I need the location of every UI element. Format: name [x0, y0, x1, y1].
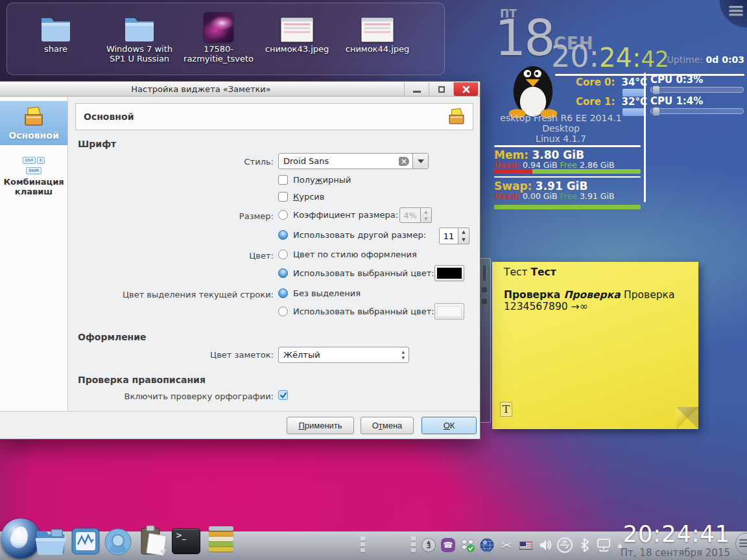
- clipboard-launcher[interactable]: [137, 524, 170, 559]
- desktop-icon-share[interactable]: share: [14, 8, 98, 54]
- bluetooth-tray-icon[interactable]: [575, 536, 594, 554]
- desktop-icon-snimok44[interactable]: снимок44.jpeg: [338, 8, 417, 54]
- drag-handle-icon: [483, 265, 486, 281]
- updates-tray-icon[interactable]: ▲3: [419, 536, 438, 554]
- group-appearance: Оформление: [78, 332, 147, 342]
- globe-tray-icon[interactable]: [477, 536, 497, 554]
- keyboard-flag-icon[interactable]: [516, 536, 536, 554]
- note-color-label: Цвет заметок:: [69, 350, 274, 360]
- maximize-button[interactable]: [429, 82, 453, 96]
- font-style-value: Droid Sans: [279, 156, 399, 166]
- browser-launcher[interactable]: [104, 528, 132, 559]
- cancel-button[interactable]: Отмена: [361, 417, 414, 434]
- desktop-icon-windows7[interactable]: Windows 7 with SP1 U Russian: [98, 8, 181, 64]
- close-button[interactable]: [453, 82, 478, 96]
- font-style-combobox[interactable]: Droid Sans: [278, 153, 429, 169]
- size-custom-spinbox[interactable]: 11 ▲▼: [439, 228, 469, 244]
- note-text: 1234567890 →∞: [504, 301, 587, 312]
- spin-down-icon[interactable]: ▼: [458, 236, 469, 244]
- sidebar-item-general[interactable]: Основной: [0, 101, 67, 145]
- style-label: Стиль:: [69, 157, 274, 167]
- system-monitor-launcher[interactable]: [71, 528, 100, 557]
- hamburger-icon: [739, 539, 747, 541]
- spin-up-icon[interactable]: ▲: [458, 228, 469, 236]
- uptime: Uptime: 0d 0:03: [648, 54, 744, 65]
- bold-checkbox[interactable]: [278, 175, 288, 185]
- sidebar-item-label: Основной: [0, 130, 67, 141]
- dropbox-tray-icon[interactable]: [458, 536, 477, 554]
- spin-down-icon: ▼: [421, 215, 431, 222]
- desktop-icon-17580[interactable]: 17580-razmyitie_tsveto: [181, 8, 256, 64]
- desktop-icon-snimok43[interactable]: снимок43.jpeg: [256, 8, 338, 54]
- distro-line2: Linux 4.1.7: [481, 134, 641, 144]
- spellcheck-checkbox[interactable]: [278, 390, 288, 400]
- cpu1-value: 4%: [687, 95, 703, 107]
- cpu0-label: CPU 0:3%: [650, 74, 703, 86]
- highlight-none-radio[interactable]: [278, 288, 288, 298]
- scissors-tray-icon[interactable]: [497, 536, 516, 554]
- clear-icon[interactable]: [399, 157, 409, 166]
- color-theme-row[interactable]: Цвет по стилю оформления: [278, 250, 417, 259]
- note-color-value: Жёлтый: [279, 350, 401, 360]
- font-color-swatch-button[interactable]: [434, 265, 464, 281]
- sidebar-item-shortcuts[interactable]: CtrlC Shift Комбинация клавиш: [0, 154, 67, 197]
- usb-tray-icon[interactable]: [555, 536, 575, 554]
- core0-temp: 34°C: [617, 76, 647, 88]
- terminal-launcher[interactable]: [172, 528, 200, 554]
- note-line2[interactable]: Проверка Проверка Проверка: [504, 289, 674, 301]
- note-color-combobox[interactable]: Жёлтый ▲▼: [278, 347, 409, 363]
- swap-free-label: Free: [560, 191, 578, 201]
- note-line3[interactable]: 1234567890 →∞: [504, 301, 587, 312]
- size-custom-row[interactable]: Использовать другой размер:: [278, 230, 426, 240]
- highlight-custom-radio[interactable]: [278, 307, 288, 316]
- size-factor-radio[interactable]: [278, 210, 288, 220]
- mem-title: Mem: 3.80 GiB: [494, 148, 584, 161]
- desktop-folder-view: share Windows 7 with SP1 U Russian 17580…: [6, 3, 445, 75]
- uptime-value: 0d 0:03: [706, 54, 744, 65]
- sticky-note-widget[interactable]: Тест Тест Проверка Проверка Проверка 123…: [492, 262, 698, 429]
- volume-tray-icon[interactable]: [536, 536, 555, 554]
- color-custom-radio[interactable]: [278, 268, 288, 278]
- desktop-icon-label: Windows 7 with SP1 U Russian: [101, 45, 178, 64]
- folder-icon: [40, 8, 72, 42]
- size-factor-row[interactable]: Коэффициент размера:: [278, 210, 398, 220]
- italic-checkbox[interactable]: [278, 192, 288, 202]
- highlight-custom-row[interactable]: Использовать выбранный цвет:: [278, 307, 434, 316]
- swap-title: Swap: 3.91 GiB: [494, 180, 587, 192]
- folder-icon: [123, 8, 156, 42]
- system-monitor-widget: ПТ 18 СЕН 20: 24: 42 Uptime: 0d 0:03 Cor…: [480, 0, 747, 207]
- color-label: Цвет:: [69, 251, 274, 261]
- divider: [644, 73, 646, 202]
- clipboard-icon: [137, 524, 170, 557]
- ok-button[interactable]: ОК: [421, 417, 477, 434]
- apply-button[interactable]: Применить: [287, 417, 354, 434]
- handle-dot-icon: [482, 287, 487, 292]
- dropdown-button[interactable]: [412, 154, 428, 169]
- clock-date: Пт, 18 сентября 2015: [621, 547, 730, 559]
- group-font: Шрифт: [78, 139, 116, 149]
- clock-minutes: 24:: [599, 43, 641, 73]
- bold-checkbox-row[interactable]: Полужирный: [278, 175, 351, 185]
- minimize-button[interactable]: [404, 82, 429, 96]
- note-line1[interactable]: Тест Тест: [504, 266, 556, 278]
- color-custom-row[interactable]: Использовать выбранный цвет:: [278, 268, 434, 278]
- mem-used-label: Used:: [494, 160, 520, 170]
- size-custom-radio[interactable]: [278, 230, 288, 240]
- highlight-none-row[interactable]: Без выделения: [278, 288, 361, 298]
- color-theme-radio[interactable]: [278, 250, 288, 259]
- file-manager-launcher[interactable]: [35, 526, 66, 558]
- notes-icon: [21, 105, 46, 128]
- note-format-button[interactable]: T: [500, 402, 512, 417]
- viber-tray-icon[interactable]: [438, 536, 458, 554]
- distro-info: esktop Fresh R6 EE 2014.1 Desktop Linux …: [481, 113, 641, 144]
- network-display-tray-icon[interactable]: [594, 536, 613, 554]
- spellcheck-row[interactable]: [278, 390, 288, 400]
- stack-launcher[interactable]: [209, 526, 233, 552]
- italic-checkbox-row[interactable]: Курсив: [278, 192, 324, 202]
- size-factor-value: 4%: [399, 207, 421, 223]
- panel-separator: [361, 535, 366, 554]
- digital-clock[interactable]: 20:24:41 Пт, 18 сентября 2015: [621, 523, 730, 559]
- panel-toolbox-button[interactable]: [735, 533, 747, 555]
- desktop-icon-label: 17580-razmyitie_tsveto: [181, 45, 256, 64]
- close-icon: [462, 86, 470, 93]
